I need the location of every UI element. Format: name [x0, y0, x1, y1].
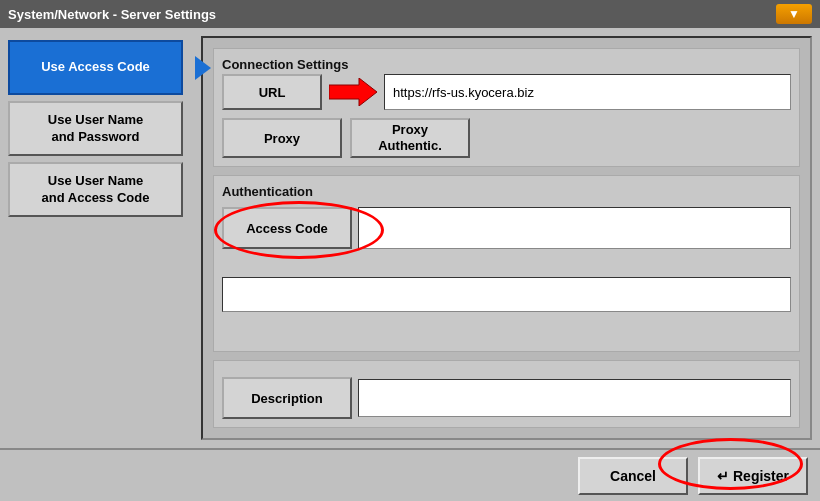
return-icon: ↵	[717, 468, 729, 484]
empty-field-1[interactable]	[222, 277, 791, 312]
cancel-button[interactable]: Cancel	[578, 457, 688, 495]
window-title: System/Network - Server Settings	[8, 7, 216, 22]
title-bar: System/Network - Server Settings	[0, 0, 820, 28]
register-button[interactable]: ↵ Register	[698, 457, 808, 495]
active-indicator	[195, 56, 211, 80]
spacer-1	[222, 249, 791, 269]
svg-marker-0	[329, 78, 377, 106]
description-section: Description	[213, 360, 800, 428]
arrow-right-icon	[328, 77, 378, 107]
register-label: Register	[733, 468, 789, 484]
access-code-row: Access Code	[222, 207, 791, 249]
access-code-input[interactable]	[358, 207, 791, 249]
proxy-row: Proxy ProxyAuthentic.	[222, 118, 791, 158]
proxy-btn[interactable]: Proxy	[222, 118, 342, 158]
use-user-name-access-code-btn[interactable]: Use User Nameand Access Code	[8, 162, 183, 217]
description-label-btn[interactable]: Description	[222, 377, 352, 419]
use-user-name-password-btn[interactable]: Use User Nameand Password	[8, 101, 183, 156]
url-row: URL	[222, 74, 791, 110]
use-access-code-btn[interactable]: Use Access Code	[8, 40, 183, 95]
connection-settings-label: Connection Settings	[222, 57, 791, 72]
url-input[interactable]	[384, 74, 791, 110]
connection-section: Connection Settings URL Proxy ProxyAuthe…	[213, 48, 800, 167]
nav-btn-wrapper-1: Use Access Code	[8, 40, 193, 95]
register-wrapper: ↵ Register	[698, 457, 808, 495]
proxy-authentic-btn[interactable]: ProxyAuthentic.	[350, 118, 470, 158]
bottom-bar: Cancel ↵ Register	[0, 448, 820, 501]
empty-row-1	[222, 277, 791, 312]
url-button[interactable]: URL	[222, 74, 322, 110]
access-code-label-btn[interactable]: Access Code	[222, 207, 352, 249]
description-input[interactable]	[358, 379, 791, 417]
description-row: Description	[222, 377, 791, 419]
left-panel: Use Access Code Use User Nameand Passwor…	[8, 36, 193, 440]
right-panel: Connection Settings URL Proxy ProxyAuthe…	[201, 36, 812, 440]
title-bar-icon[interactable]	[776, 4, 812, 24]
auth-section-label: Authentication	[222, 184, 791, 199]
main-content: Use Access Code Use User Nameand Passwor…	[0, 28, 820, 448]
auth-section: Authentication Access Code	[213, 175, 800, 352]
